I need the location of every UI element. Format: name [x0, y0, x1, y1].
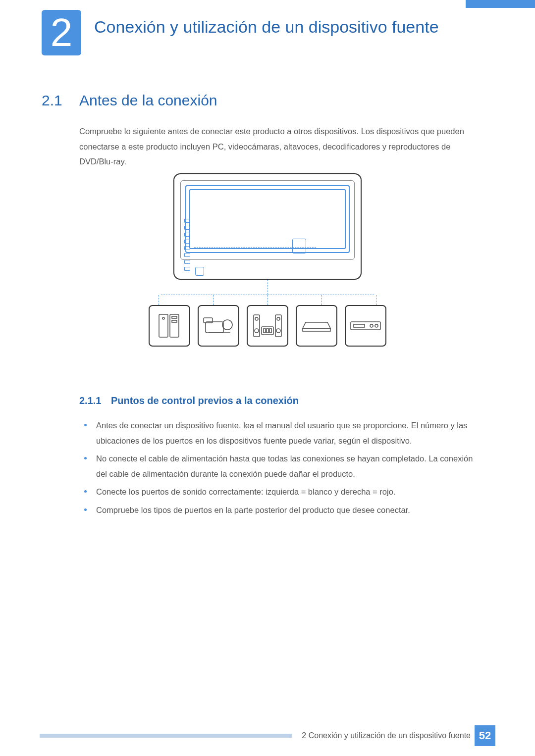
list-item: Antes de conectar un dispositivo fuente,… [84, 418, 476, 448]
bullet-list: Antes de conectar un dispositivo fuente,… [84, 418, 476, 520]
svg-rect-1 [170, 314, 179, 337]
svg-point-13 [277, 317, 280, 320]
svg-point-11 [255, 329, 259, 333]
list-item: Compruebe los tipos de puertos en la par… [84, 503, 476, 518]
list-item: No conecte el cable de alimentación hast… [84, 451, 476, 481]
camcorder-icon [198, 305, 239, 347]
pc-icon [149, 305, 190, 347]
page-number: 52 [475, 725, 495, 746]
svg-point-23 [375, 324, 378, 327]
footer-rule [40, 734, 294, 738]
connection-diagram [149, 173, 386, 347]
list-item: Conecte los puertos de sonido correctame… [84, 484, 476, 500]
svg-rect-9 [254, 315, 260, 337]
chapter-title: Conexión y utilización de un dispositivo… [94, 17, 466, 37]
svg-point-6 [222, 320, 232, 330]
subsection-title: Puntos de control previos a la conexión [111, 395, 299, 406]
chapter-number: 2 [51, 13, 73, 52]
svg-rect-5 [206, 322, 223, 333]
subsection-heading: 2.1.1 Puntos de control previos a la con… [79, 395, 299, 406]
svg-rect-19 [303, 328, 330, 331]
set-top-box-icon [296, 305, 337, 347]
svg-rect-18 [269, 329, 271, 333]
svg-rect-3 [172, 316, 177, 318]
page-footer: 2 Conexión y utilización de un dispositi… [40, 725, 495, 746]
subsection-number: 2.1.1 [79, 395, 111, 406]
svg-point-14 [276, 329, 280, 333]
speakers-icon [247, 305, 288, 347]
section-intro-paragraph: Compruebe lo siguiente antes de conectar… [79, 124, 476, 169]
section-heading: 2.1 Antes de la conexión [42, 92, 217, 109]
svg-rect-17 [267, 329, 268, 333]
svg-rect-21 [354, 324, 365, 327]
svg-point-2 [162, 317, 164, 319]
svg-rect-20 [351, 322, 380, 330]
svg-rect-0 [159, 314, 168, 337]
header-accent-bar [466, 0, 535, 8]
svg-point-10 [255, 317, 258, 320]
svg-rect-12 [275, 315, 281, 337]
svg-point-22 [370, 324, 373, 327]
svg-rect-4 [172, 320, 177, 322]
svg-rect-16 [264, 329, 266, 333]
device-back-panel-icon [173, 173, 362, 280]
chapter-number-badge: 2 [42, 10, 81, 55]
footer-chapter-label: 2 Conexión y utilización de un dispositi… [302, 731, 471, 740]
section-title: Antes de la conexión [79, 92, 217, 109]
section-number: 2.1 [42, 92, 79, 109]
dvd-player-icon [345, 305, 386, 347]
